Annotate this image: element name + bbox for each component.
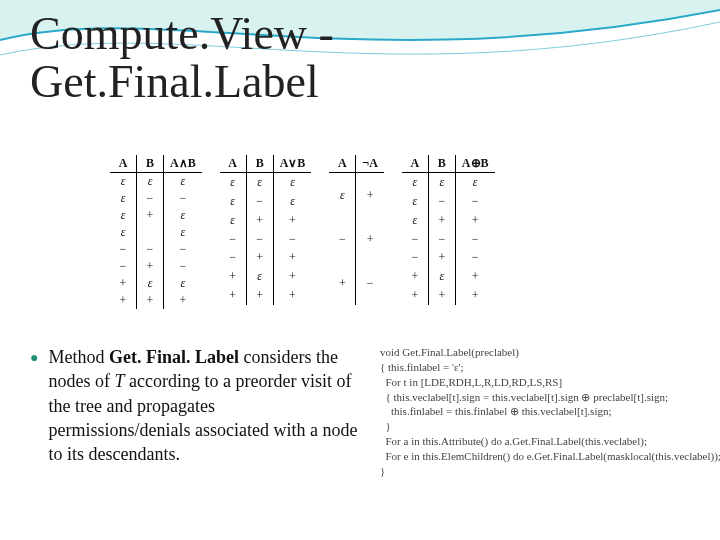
slide-title: Compute.View - Get.Final.Label [30, 10, 334, 107]
pseudocode-block: void Get.Final.Label(preclabel) { this.f… [380, 345, 720, 479]
truth-table-not: A¬Aε+−++− [329, 155, 384, 305]
bullet-item: ● Method Get. Final. Label considers the… [30, 345, 360, 466]
title-line-1: Compute.View - [30, 8, 334, 59]
truth-table-and: ABA∧Bεεεε−−ε+εεε−−−−+−+εε+++ [110, 155, 202, 309]
bullet-text: Method Get. Final. Label considers the n… [48, 345, 360, 466]
truth-table-or: ABA∨Bεεεε−εε++−−−−+++ε++++ [220, 155, 312, 305]
truth-table-oplus: ABA⊕Bεεεε−−ε++−−−−+−+ε++++ [402, 155, 495, 305]
bullet-icon: ● [30, 345, 38, 466]
truth-tables-area: ABA∧Bεεεε−−ε+εεε−−−−+−+εε+++ ABA∨Bεεεε−ε… [110, 155, 690, 305]
title-line-2: Get.Final.Label [30, 56, 319, 107]
